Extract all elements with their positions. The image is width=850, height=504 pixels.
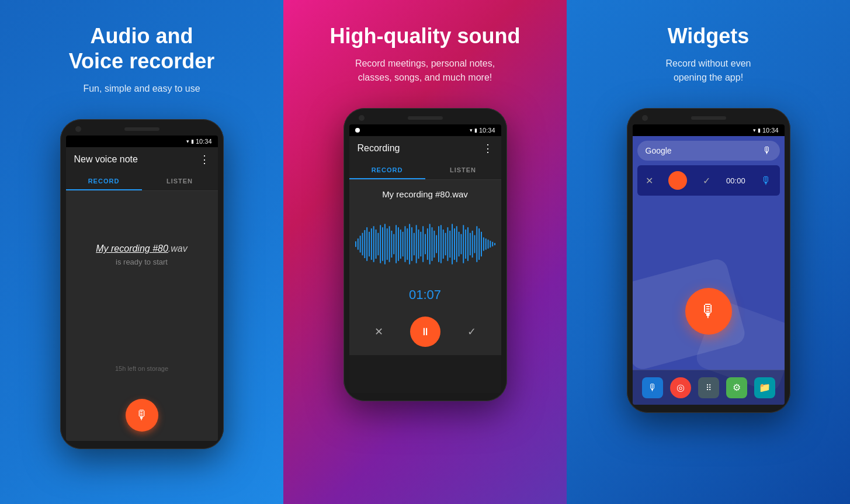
status-bar-1: ▾ ▮ 10:34	[66, 135, 218, 147]
battery-icon-3: ▮	[758, 127, 761, 133]
svg-rect-35	[433, 231, 435, 258]
dock-bar: 🎙 ◎ ⠿ ⚙ 📁	[633, 370, 785, 405]
svg-rect-28	[418, 230, 419, 259]
svg-rect-20	[400, 230, 401, 259]
apps-grid-icon: ⠿	[706, 383, 712, 392]
svg-rect-2	[359, 236, 360, 253]
dock-mic-icon[interactable]: 🎙	[642, 377, 663, 398]
svg-rect-16	[391, 231, 392, 258]
google-mic-icon[interactable]: 🎙	[762, 145, 772, 156]
phone-2-camera	[359, 115, 365, 121]
pause-button[interactable]: ⏸	[410, 317, 440, 347]
svg-rect-36	[436, 235, 437, 253]
svg-rect-42	[449, 231, 450, 258]
svg-rect-37	[438, 226, 439, 262]
svg-rect-46	[458, 232, 459, 256]
waveform-svg	[355, 221, 495, 267]
tab-record-1[interactable]: RECORD	[66, 172, 142, 190]
dock-apps-icon[interactable]: ⠿	[698, 377, 719, 398]
dock-mic: 🎙	[648, 383, 657, 393]
screen-content-1: My recording #80.wav is ready to start 1…	[66, 191, 218, 390]
check-button-2[interactable]: ✓	[467, 325, 476, 338]
svg-rect-31	[425, 234, 426, 255]
svg-rect-53	[474, 235, 475, 253]
svg-rect-25	[411, 227, 412, 261]
panel-2: High-quality sound Record meetings, pers…	[283, 0, 567, 504]
svg-rect-44	[453, 228, 455, 260]
panel-3-subtitle: Record without evenopening the app!	[666, 57, 751, 85]
svg-rect-7	[370, 228, 372, 260]
recording-widget[interactable]: ✕ ✓ 00:00 🎙	[637, 165, 780, 196]
dock-files-icon[interactable]: 📁	[754, 377, 775, 398]
menu-dots-1[interactable]: ⋮	[199, 153, 210, 166]
svg-rect-50	[467, 227, 469, 261]
svg-rect-29	[420, 232, 421, 256]
recording-title-area-2: My recording #80.wav	[349, 180, 501, 209]
waveform-container	[349, 209, 501, 281]
battery-icon-2: ▮	[474, 127, 477, 133]
phone-3-speaker	[691, 116, 726, 120]
svg-rect-40	[445, 233, 446, 255]
tab-listen-2[interactable]: LISTEN	[425, 161, 501, 179]
status-bar-3: ▾ ▮ 10:34	[633, 124, 785, 136]
status-icons-1: ▾ ▮ 10:34	[186, 138, 212, 145]
widget-record-dot[interactable]	[668, 171, 687, 190]
folder-icon: 📁	[759, 382, 771, 393]
status-bar-2: ▾ ▮ 10:34	[349, 124, 501, 136]
svg-rect-58	[485, 239, 486, 250]
recording-info-1: My recording #80.wav is ready to start	[96, 244, 188, 290]
ready-text-1: is ready to start	[96, 258, 188, 266]
svg-rect-61	[492, 242, 493, 246]
svg-rect-5	[366, 227, 367, 261]
svg-rect-59	[487, 240, 488, 249]
tab-record-2[interactable]: RECORD	[349, 161, 425, 179]
dock-settings-icon[interactable]: ⚙	[726, 377, 747, 398]
app-header-2: Recording ⋮	[349, 136, 501, 161]
svg-rect-10	[377, 233, 379, 255]
svg-rect-54	[476, 226, 477, 262]
svg-rect-39	[442, 230, 443, 259]
close-button-2[interactable]: ✕	[374, 325, 383, 338]
svg-rect-9	[375, 230, 376, 259]
record-button-1[interactable]: 🎙	[126, 399, 158, 432]
svg-rect-51	[469, 233, 470, 255]
svg-rect-30	[422, 226, 424, 262]
status-time-1: 10:34	[196, 138, 212, 145]
status-icons-3: ▾ ▮ 10:34	[753, 127, 779, 134]
menu-dots-2[interactable]: ⋮	[483, 142, 493, 155]
app-title-2: Recording	[358, 143, 400, 154]
widget-close-icon[interactable]: ✕	[646, 175, 653, 186]
google-search-bar[interactable]: Google 🎙	[637, 141, 780, 161]
widget-check-icon[interactable]: ✓	[703, 175, 710, 186]
chrome-icon: ◎	[676, 382, 685, 393]
panel-3: Widgets Record without evenopening the a…	[567, 0, 850, 504]
tab-listen-1[interactable]: LISTEN	[142, 172, 218, 190]
phone-3: ▾ ▮ 10:34 Google 🎙 ✕	[627, 108, 790, 413]
svg-rect-49	[465, 230, 466, 259]
svg-rect-56	[481, 232, 482, 256]
app-header-1: New voice note ⋮	[66, 147, 218, 172]
svg-rect-41	[447, 227, 448, 261]
svg-rect-23	[407, 228, 408, 260]
gear-icon: ⚙	[733, 382, 741, 393]
panel-1: Audio and Voice recorder Fun, simple and…	[0, 0, 283, 504]
svg-rect-60	[490, 241, 491, 248]
dock-chrome-icon[interactable]: ◎	[670, 377, 691, 398]
battery-icon: ▮	[191, 138, 194, 144]
app-title-1: New voice note	[74, 154, 138, 165]
recording-name-1: My recording #80.wav	[96, 244, 188, 254]
svg-rect-4	[364, 230, 365, 258]
svg-rect-24	[409, 224, 410, 265]
svg-rect-0	[355, 241, 356, 247]
phone-2-screen: ▾ ▮ 10:34 Recording ⋮ RECORD LISTE	[349, 124, 501, 393]
svg-rect-15	[388, 226, 390, 262]
svg-rect-17	[393, 234, 394, 255]
google-label: Google	[646, 146, 672, 155]
svg-rect-19	[397, 227, 398, 261]
panel-1-title: Audio and Voice recorder	[69, 23, 214, 74]
tabs-2: RECORD LISTEN	[349, 161, 501, 180]
big-record-button[interactable]: 🎙	[685, 288, 732, 335]
svg-rect-26	[413, 233, 414, 255]
phone-camera	[75, 126, 81, 132]
status-time-2: 10:34	[479, 127, 495, 134]
